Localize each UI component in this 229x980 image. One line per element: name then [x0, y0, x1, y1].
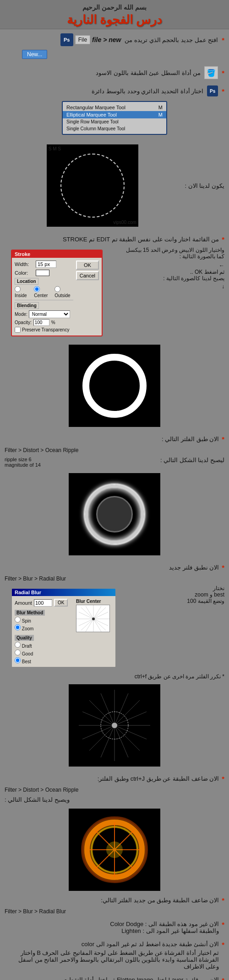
- fire-preview: [69, 809, 160, 891]
- rb-spin-label[interactable]: Spin: [15, 617, 73, 623]
- new-button[interactable]: New...: [22, 50, 47, 59]
- header-section: بسم الله الرحمن الرحيم درس الفجوة الناري…: [0, 0, 229, 29]
- watermark1: vips00.com: [113, 220, 136, 225]
- file-menu-box[interactable]: File: [75, 35, 90, 44]
- step7-result-label: ويصبح لدينا الشكل التالي :: [5, 796, 70, 803]
- canvas-preview-section: يكون لدينا الان : vips00.com S M S: [0, 139, 229, 232]
- step4-container: * من القائمة اختار وانت على نفس الطبقة ت…: [0, 232, 229, 432]
- step4-text: من القائمة اختار وانت على نفس الطبقة تم …: [63, 236, 219, 243]
- step6-filter: Filter > Blur > Radial Blur: [0, 573, 229, 583]
- radial-blur-right: Blur Center: [76, 599, 113, 664]
- radial-zoom-best: best و zoom: [125, 591, 224, 598]
- radial-blur-body: Amount OK Blur Method Spin Zoom: [12, 596, 115, 667]
- ps-icon: Ps: [60, 33, 73, 46]
- tool-row-single-row[interactable]: Single Row Marquee Tool: [63, 118, 166, 125]
- stroke-color-row: Color:: [15, 270, 73, 276]
- stroke-section: Stroke Width: Color:: [0, 245, 229, 341]
- step3-text: اختار أداة التحديد الدائري وحدد بالوسط د…: [92, 88, 203, 95]
- radial-instructions: نختار best و zoom وتضع القيمة 100: [125, 585, 224, 604]
- mode-label: Mode:: [15, 312, 27, 317]
- radial-section: Radial Blur Amount OK Blur Method Spin: [0, 583, 229, 672]
- stroke-down-arrow: ↓: [113, 283, 224, 290]
- preserve-checkbox[interactable]: [15, 327, 21, 333]
- radio-row: Inside Center Outside: [15, 286, 73, 298]
- stroke-width-input[interactable]: [36, 261, 56, 268]
- filter-label5: Filter > Distort > Ocean Ripple: [5, 447, 78, 453]
- rb-spin-radio[interactable]: [15, 617, 21, 623]
- mode-select[interactable]: Normal: [29, 310, 70, 318]
- stroke-color-box[interactable]: [36, 270, 49, 276]
- file-label: File: [78, 37, 87, 43]
- opacity-row: Opacity: %: [15, 319, 73, 326]
- stroke-cancel-button[interactable]: Cancel: [76, 271, 99, 280]
- step10-line1: الان من قائمة Layer اختار Flatten Image …: [46, 976, 219, 980]
- step10-row: * الان من قائمة Layer اختار Flatten Imag…: [0, 975, 229, 980]
- step7-marker2: *: [222, 896, 224, 904]
- blur-center-label: Blur Center: [76, 599, 113, 604]
- stroke-buttons: OK Cancel: [76, 261, 99, 333]
- radio-center-input[interactable]: [34, 286, 40, 292]
- filter-label7b: Filter > Blur > Radial Blur: [5, 908, 66, 915]
- rb-best-label[interactable]: Best: [15, 657, 73, 664]
- step9-container: * الان أنشئ طبقة جديدة اضغط لد ثم غير ال…: [0, 937, 229, 973]
- stroke-line4: يصبح لدينا كالصورة التالية :: [113, 275, 224, 282]
- rb-zoom-label[interactable]: Zoom: [15, 624, 73, 631]
- step9-marker: *: [222, 941, 224, 948]
- step10-text: الان من قائمة Layer اختار Flatten Image …: [46, 976, 219, 980]
- bucket-icon: 🪣: [204, 66, 218, 79]
- rb-quality-section: Quality Draft Good Best: [15, 633, 73, 664]
- tool-row-elliptical[interactable]: Elliptical Marquee Tool M: [63, 111, 166, 118]
- radio-inside-input[interactable]: [15, 286, 21, 292]
- svg-point-49: [106, 842, 123, 858]
- rb-amount-row: Amount OK: [15, 599, 73, 607]
- main-title: درس الفجوة النارية: [5, 13, 224, 27]
- radio-outside[interactable]: Outside: [55, 286, 73, 298]
- radio-center[interactable]: Center: [34, 286, 51, 298]
- rb-amount-input[interactable]: [34, 599, 52, 607]
- location-section: Location Inside Center Outside: [15, 278, 73, 298]
- stroke-ok-button[interactable]: OK: [76, 261, 99, 270]
- canvas-label: يكون لدينا الان :: [185, 182, 224, 189]
- opacity-input[interactable]: [33, 319, 49, 326]
- step7-filter2: Filter > Blur > Radial Blur: [0, 906, 229, 916]
- tool-row-rectangular[interactable]: Rectangular Marquee Tool M: [63, 104, 166, 111]
- ripple-inner: [96, 496, 133, 533]
- rb-amount-label: Amount: [15, 600, 32, 606]
- step7-text1: الان ضاعف الطبقة عن طريق ctrl+J وطبق الف…: [98, 775, 219, 782]
- step9-row: * الان أنشئ طبقة جديدة اضغط لد ثم غير ال…: [0, 939, 229, 972]
- rb-draft-radio[interactable]: [15, 642, 21, 648]
- radial-blur-dialog: Radial Blur Amount OK Blur Method Spin: [11, 588, 116, 668]
- rb-good-radio[interactable]: [15, 650, 21, 655]
- step9-line1: الان أنشئ طبقة جديدة اضغط لد ثم غير المو…: [5, 941, 219, 948]
- step7-filter1: Filter > Distort > Ocean Ripple: [0, 784, 229, 794]
- step10-container: * الان من قائمة Layer اختار Flatten Imag…: [0, 973, 229, 980]
- stroke-color-label: Color:: [15, 270, 33, 276]
- filter-label6: Filter > Blur > Radial Blur: [5, 575, 66, 582]
- rb-good-label[interactable]: Good: [15, 650, 73, 656]
- tool-shortcut-elliptical: M: [158, 112, 163, 117]
- tools-dialog-body: Rectangular Marquee Tool M Elliptical Ma…: [63, 102, 166, 134]
- radio-inside[interactable]: Inside: [15, 286, 30, 298]
- fire-svg: [78, 813, 151, 886]
- step1-container: * افتح عمل جديد بالحجم الذي تريده من Ps …: [0, 29, 229, 63]
- rb-draft-label[interactable]: Draft: [15, 642, 73, 649]
- stroke-width-label: Width:: [15, 261, 33, 267]
- rb-best-radio[interactable]: [15, 657, 21, 663]
- step7-container: * الان ضاعف الطبقة عن طريق ctrl+J وطبق ا…: [0, 772, 229, 917]
- rb-ok-button[interactable]: OK: [54, 599, 68, 607]
- tool-shortcut-rect: M: [158, 105, 163, 110]
- radio-outside-input[interactable]: [55, 286, 60, 292]
- stroke-dialog: Stroke Width: Color:: [11, 250, 103, 336]
- step1-row: * افتح عمل جديد بالحجم الذي تريده من Ps …: [0, 31, 229, 49]
- tool-name-single-row: Single Row Marquee Tool: [66, 119, 119, 124]
- rb-blur-method-section: Blur Method Spin Zoom: [15, 608, 73, 631]
- step1-marker: *: [222, 36, 224, 44]
- ripple-preview: [69, 473, 160, 555]
- stroke-dialog-body: Width: Color: Location Inside: [12, 258, 102, 336]
- step8-text: الان غير مود هذه الطبقة الى : Color Dodg…: [110, 921, 219, 934]
- blur-center-box[interactable]: [76, 605, 110, 632]
- step5-container: * الان طبق الفلتر التالي : Filter > Dist…: [0, 432, 229, 560]
- tool-row-single-col[interactable]: Single Column Marquee Tool: [63, 125, 166, 132]
- rb-zoom-radio[interactable]: [15, 624, 21, 630]
- step2-container: * 🪣 من أداة السطل عبئ الطبقة باللون الاس…: [0, 63, 229, 82]
